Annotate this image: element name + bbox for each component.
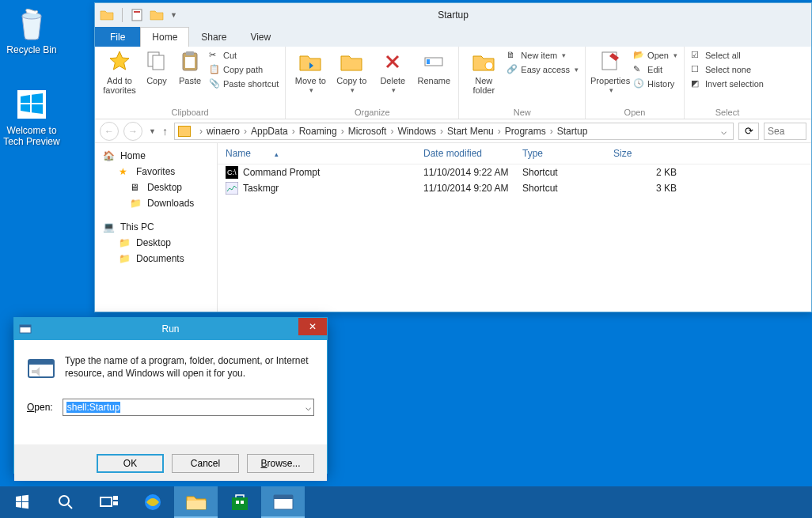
browse-button[interactable]: Browse... bbox=[247, 454, 314, 473]
delete-icon bbox=[381, 50, 404, 74]
nav-favorites[interactable]: ★Favorites bbox=[95, 164, 217, 180]
new-folder-icon bbox=[472, 50, 495, 74]
star-icon: ★ bbox=[119, 166, 131, 177]
copy-to-button[interactable]: Copy to▾ bbox=[333, 50, 370, 95]
copy-button[interactable]: Copy bbox=[142, 50, 171, 85]
recent-locations-button[interactable]: ▼ bbox=[149, 127, 156, 135]
add-to-favorites-button[interactable]: Add to favorites bbox=[101, 50, 138, 95]
easy-access-button[interactable]: 🔗Easy access▾ bbox=[507, 64, 579, 75]
svg-text:C:\: C:\ bbox=[227, 168, 237, 176]
pc-icon: 💻 bbox=[103, 221, 116, 233]
task-view-button[interactable] bbox=[87, 486, 131, 518]
nav-fav-downloads[interactable]: 📁Downloads bbox=[95, 195, 217, 211]
run-icon bbox=[19, 323, 32, 335]
svg-rect-17 bbox=[20, 325, 31, 327]
list-item[interactable]: Taskmgr 11/10/2014 9:20 AM Shortcut 3 KB bbox=[218, 180, 811, 196]
sort-asc-icon: ▴ bbox=[275, 150, 279, 158]
folder-icon: 📁 bbox=[119, 237, 131, 248]
ribbon-group-new: New folder 🗎New item▾ 🔗Easy access▾ New bbox=[459, 47, 586, 119]
nav-home[interactable]: 🏠Home bbox=[95, 148, 217, 164]
properties-button[interactable]: Properties▾ bbox=[592, 50, 628, 95]
taskbar-run[interactable] bbox=[261, 486, 305, 518]
chevron-down-icon[interactable]: ⌵ bbox=[718, 126, 730, 137]
taskbar-ie[interactable] bbox=[131, 486, 174, 518]
new-folder-icon[interactable] bbox=[150, 8, 164, 22]
breadcrumb[interactable]: › winaero› AppData› Roaming› Microsoft› … bbox=[174, 123, 734, 140]
new-item-button[interactable]: 🗎New item▾ bbox=[507, 50, 579, 61]
tab-file[interactable]: File bbox=[95, 27, 140, 47]
col-name[interactable]: Name▴ bbox=[226, 148, 423, 159]
tab-view[interactable]: View bbox=[238, 27, 283, 47]
run-titlebar[interactable]: Run ✕ bbox=[14, 318, 327, 340]
close-button[interactable]: ✕ bbox=[298, 318, 327, 335]
nav-this-pc[interactable]: 💻This PC bbox=[95, 219, 217, 235]
chevron-down-icon[interactable]: ⌵ bbox=[305, 402, 311, 413]
delete-button[interactable]: Delete▾ bbox=[374, 50, 411, 95]
rename-button[interactable]: Rename bbox=[415, 50, 452, 85]
paste-shortcut-button[interactable]: 📎Paste shortcut bbox=[209, 78, 279, 89]
col-type[interactable]: Type bbox=[522, 148, 613, 159]
tab-share[interactable]: Share bbox=[189, 27, 238, 47]
svg-rect-30 bbox=[274, 495, 293, 499]
svg-rect-25 bbox=[187, 501, 206, 509]
folder-icon: 📁 bbox=[130, 198, 142, 209]
scissors-icon: ✂ bbox=[209, 50, 220, 61]
properties-icon[interactable] bbox=[131, 8, 145, 22]
new-item-icon: 🗎 bbox=[507, 50, 518, 61]
desktop-icon: 🖥 bbox=[130, 182, 142, 193]
invert-selection-button[interactable]: ◩Invert selection bbox=[691, 78, 764, 89]
taskbar-store[interactable] bbox=[218, 486, 261, 518]
select-all-button[interactable]: ☑Select all bbox=[691, 50, 764, 61]
paste-button[interactable]: Paste bbox=[176, 50, 204, 85]
open-button[interactable]: 📂Open▾ bbox=[633, 50, 677, 61]
ribbon-group-clipboard: Add to favorites Copy Paste ✂Cut 📋Copy p… bbox=[95, 47, 286, 119]
list-item[interactable]: C:\Command Prompt 11/10/2014 9:22 AM Sho… bbox=[218, 164, 811, 180]
run-dialog: Run ✕ Type the name of a program, folder… bbox=[13, 317, 328, 474]
nav-up-button[interactable]: ↑ bbox=[161, 125, 169, 138]
edit-button[interactable]: ✎Edit bbox=[633, 64, 677, 75]
history-button[interactable]: 🕓History bbox=[633, 78, 677, 89]
chevron-down-icon[interactable]: ▼ bbox=[170, 11, 177, 19]
svg-rect-23 bbox=[113, 501, 118, 505]
nav-pc-desktop[interactable]: 📁Desktop bbox=[95, 235, 217, 251]
invert-icon: ◩ bbox=[691, 78, 702, 89]
folder-icon bbox=[100, 8, 114, 22]
tab-home[interactable]: Home bbox=[140, 27, 189, 47]
edit-icon: ✎ bbox=[633, 64, 644, 75]
refresh-button[interactable]: ⟳ bbox=[738, 123, 759, 140]
taskbar bbox=[0, 486, 812, 518]
select-none-button[interactable]: ☐Select none bbox=[691, 64, 764, 75]
search-input[interactable] bbox=[764, 123, 806, 140]
nav-back-button[interactable]: ← bbox=[100, 122, 119, 141]
run-app-icon bbox=[27, 354, 55, 383]
taskmgr-icon bbox=[226, 182, 238, 195]
search-button[interactable] bbox=[44, 486, 87, 518]
svg-rect-22 bbox=[113, 496, 118, 500]
cancel-button[interactable]: Cancel bbox=[172, 454, 239, 473]
nav-fav-desktop[interactable]: 🖥Desktop bbox=[95, 180, 217, 195]
svg-point-0 bbox=[22, 13, 41, 19]
navigation-pane: 🏠Home ★Favorites 🖥Desktop 📁Downloads 💻Th… bbox=[95, 143, 218, 312]
desktop-icon-label: Welcome to Tech Preview bbox=[0, 125, 63, 147]
col-date[interactable]: Date modified bbox=[423, 148, 522, 159]
run-input[interactable]: shell:Startup ⌵ bbox=[63, 399, 314, 416]
select-all-icon: ☑ bbox=[691, 50, 702, 61]
ok-button[interactable]: OK bbox=[97, 454, 164, 473]
shortcut-icon: 📎 bbox=[209, 78, 220, 89]
ribbon-group-organize: Move to▾ Copy to▾ Delete▾ Rename Organiz… bbox=[286, 47, 459, 119]
copy-path-button[interactable]: 📋Copy path bbox=[209, 64, 279, 75]
copy-icon bbox=[145, 50, 169, 74]
nav-pc-documents[interactable]: 📁Documents bbox=[95, 251, 217, 267]
nav-forward-button[interactable]: → bbox=[123, 122, 142, 141]
move-to-button[interactable]: Move to▾ bbox=[292, 50, 328, 95]
history-icon: 🕓 bbox=[633, 78, 644, 89]
desktop-icon-welcome[interactable]: Welcome to Tech Preview bbox=[0, 85, 63, 147]
svg-point-20 bbox=[59, 496, 69, 505]
start-button[interactable] bbox=[0, 486, 44, 518]
col-size[interactable]: Size bbox=[613, 148, 677, 159]
taskbar-explorer[interactable] bbox=[174, 486, 218, 518]
desktop-icon-recycle-bin[interactable]: Recycle Bin bbox=[0, 5, 63, 55]
cut-button[interactable]: ✂Cut bbox=[209, 50, 279, 61]
new-folder-button[interactable]: New folder bbox=[465, 50, 502, 95]
explorer-titlebar[interactable]: ▼ Startup bbox=[95, 3, 811, 27]
